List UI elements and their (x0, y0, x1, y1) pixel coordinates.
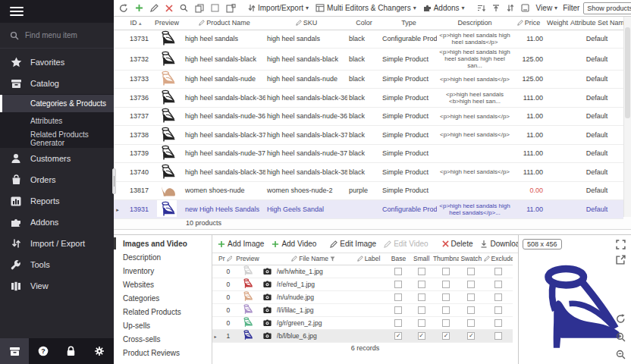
thumbnail-checkbox[interactable]: ✓ (442, 332, 450, 340)
sidebar-item-attributes[interactable]: Attributes (0, 112, 114, 130)
zoom-in-icon[interactable] (616, 332, 626, 343)
image-row[interactable]: 0/r/e/red_1.jpg (212, 278, 513, 290)
column-header-file-name[interactable]: File Name (277, 253, 350, 265)
product-row[interactable]: ▸13931new High Heels SandalsHigh Geels S… (114, 200, 623, 219)
add-image-button[interactable]: Add Image (216, 239, 265, 249)
small-checkbox[interactable]: ✓ (418, 332, 425, 340)
base-checkbox[interactable] (394, 319, 402, 327)
row-expand-cell[interactable] (114, 126, 121, 145)
column-header-swatch[interactable]: Swatch (459, 253, 483, 265)
image-row[interactable]: 0/w/h/white_1.jpg (212, 265, 513, 278)
exclude-checkbox[interactable] (494, 319, 502, 327)
product-row[interactable]: 13733high heel sandals-nudehigh heel san… (114, 70, 623, 89)
vertical-scrollbar[interactable] (623, 17, 631, 217)
column-header-product-name[interactable]: Product Name (184, 17, 265, 30)
row-expand-cell[interactable] (114, 49, 121, 71)
category-filter-select[interactable]: Show products from selected categories ▾ (583, 2, 631, 14)
column-header-attribute-set-name[interactable]: Attribute Set Name (570, 17, 623, 30)
zoom-out-icon[interactable] (616, 350, 626, 360)
tab-description[interactable]: Description (114, 250, 212, 264)
tab-inventory[interactable]: Inventory (114, 264, 212, 278)
column-header-base[interactable]: Base (387, 253, 410, 265)
row-expand-cell[interactable] (212, 278, 218, 290)
product-row[interactable]: 13738high heel sandals-black-37high heel… (114, 126, 623, 145)
refresh-button[interactable] (118, 3, 130, 14)
thumbnail-checkbox[interactable] (442, 319, 450, 327)
thumbnail-checkbox[interactable] (442, 268, 450, 275)
fullscreen-icon[interactable] (616, 240, 626, 250)
small-checkbox[interactable] (418, 268, 425, 275)
column-header-id[interactable]: ID ▴ (121, 17, 150, 30)
row-expand-cell[interactable] (212, 290, 218, 303)
sidebar-item-orders[interactable]: Orders (0, 169, 114, 190)
row-expand-cell[interactable] (114, 144, 121, 163)
swatch-checkbox[interactable] (467, 268, 475, 275)
panel-splitter[interactable] (112, 168, 116, 194)
grid-settings-button[interactable] (520, 3, 531, 13)
image-row[interactable]: 0/g/r/green_2.jpg (212, 316, 513, 329)
base-checkbox[interactable] (394, 281, 402, 288)
small-checkbox[interactable] (418, 293, 425, 301)
column-header-type[interactable]: Type (381, 17, 437, 30)
sidebar-item-customers[interactable]: Customers (0, 148, 114, 169)
sidebar-item-import-export[interactable]: Import / Export (0, 233, 114, 254)
sidebar-item-favorites[interactable]: Favorites (0, 52, 114, 73)
product-row[interactable]: 13731high heel sandalshigh heel sandalsb… (114, 30, 623, 49)
product-row[interactable]: 13740high heel sandals-black-38high heel… (114, 163, 623, 182)
sidebar-item-reports[interactable]: Reports (0, 190, 114, 212)
swatch-checkbox[interactable] (467, 319, 475, 327)
swatch-checkbox[interactable] (467, 281, 475, 288)
row-expand-cell[interactable] (212, 303, 218, 316)
hamburger-menu-icon[interactable] (10, 5, 24, 18)
swatch-checkbox[interactable] (467, 293, 475, 301)
edit-video-button[interactable]: Edit Video (382, 239, 429, 249)
thumbnail-checkbox[interactable] (442, 281, 450, 288)
move-top-button[interactable] (491, 4, 501, 13)
sidebar-item-related-products-generator[interactable]: Related Products Generator (0, 130, 114, 147)
product-row[interactable]: 13817women shoes-nudewomen shoes-nude-2p… (114, 181, 623, 200)
column-header-preview[interactable]: Preview (232, 253, 262, 265)
product-row[interactable]: 13736high heel sandals-black-36high heel… (114, 89, 623, 108)
view-menu[interactable]: View▾ (535, 3, 560, 13)
copy-button[interactable] (193, 3, 206, 14)
row-expand-cell[interactable] (114, 107, 121, 126)
menu-search-input[interactable] (25, 31, 101, 39)
search-button[interactable] (178, 3, 190, 13)
column-header-small[interactable]: Small (410, 253, 433, 265)
tab-images-and-video[interactable]: Images and Video (114, 237, 212, 250)
duplicate-button[interactable] (224, 3, 237, 14)
small-checkbox[interactable] (418, 281, 425, 288)
row-expand-cell[interactable] (212, 265, 218, 278)
column-header-thumbna[interactable]: Thumbna (433, 253, 459, 265)
tab-up-sells[interactable]: Up-sells (114, 318, 212, 332)
row-expand-cell[interactable] (212, 316, 218, 329)
sidebar-item-tools[interactable]: Tools (0, 254, 114, 275)
help-button[interactable]: ? (29, 338, 57, 364)
image-row[interactable]: 0/n/u/nude.jpg (212, 290, 513, 303)
exclude-checkbox[interactable] (494, 281, 502, 288)
catalog-mode-button[interactable] (0, 338, 29, 364)
column-header-preview[interactable]: Preview (150, 17, 184, 30)
row-expand-cell[interactable] (114, 70, 121, 89)
swatch-checkbox[interactable] (467, 306, 475, 314)
sidebar-item-categories-products[interactable]: Categories & Products (0, 95, 114, 112)
multi-editors-menu[interactable]: Multi Editors & Changers▾ (314, 3, 418, 13)
edit-button[interactable] (149, 3, 160, 13)
tab-related-products[interactable]: Related Products (114, 305, 212, 318)
row-expand-cell[interactable]: ▸ (212, 329, 218, 342)
column-header-description[interactable]: Description (437, 17, 513, 30)
column-header-color[interactable]: Color (347, 17, 381, 30)
gear-icon[interactable] (86, 338, 114, 364)
exclude-checkbox[interactable] (494, 293, 502, 301)
add-video-button[interactable]: Add Video (270, 239, 318, 249)
tab-product-reviews[interactable]: Product Reviews (114, 346, 212, 359)
base-checkbox[interactable] (394, 293, 402, 301)
tab-cross-sells[interactable]: Cross-sells (114, 332, 212, 346)
column-header-label[interactable]: Label (350, 253, 387, 265)
swap-rows-button[interactable] (505, 3, 516, 13)
column-header-exclude[interactable]: Exclude (484, 253, 513, 265)
swatch-checkbox[interactable]: ✓ (467, 332, 475, 340)
base-checkbox[interactable] (394, 306, 402, 314)
delete-image-button[interactable]: Delete (441, 239, 475, 249)
open-external-icon[interactable] (616, 255, 626, 265)
